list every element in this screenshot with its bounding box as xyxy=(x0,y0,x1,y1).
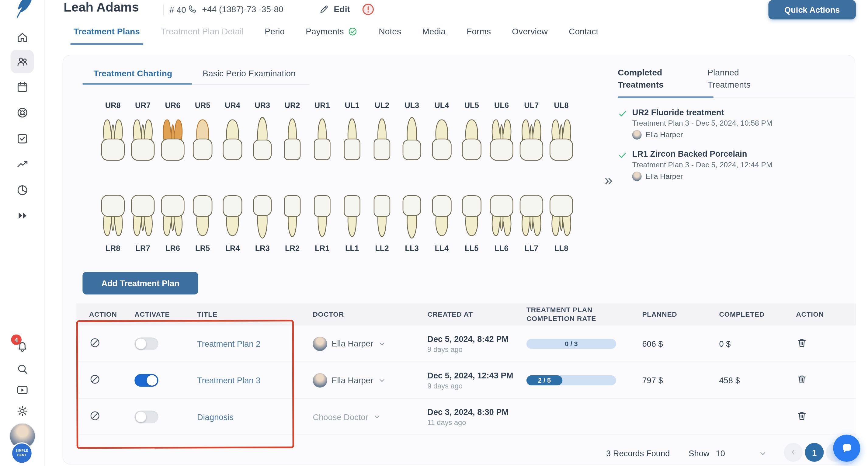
pagination-prev-button[interactable] xyxy=(784,443,803,462)
completed-treatment-item[interactable]: LR1 Zircon Backed Porcelain Treatment Pl… xyxy=(618,149,855,181)
sidebar-item-calendar[interactable] xyxy=(0,76,44,98)
created-at: Dec 3, 2024, 8:30 PM 11 days ago xyxy=(427,407,508,427)
tooth-UR3[interactable]: UR3 xyxy=(248,101,277,165)
sidebar-item-analytics[interactable] xyxy=(0,179,44,201)
tooth-UL7[interactable]: UL7 xyxy=(517,101,546,165)
tooth-LR2[interactable]: LR2 xyxy=(277,190,307,255)
phone-icon xyxy=(187,4,198,14)
activate-toggle[interactable] xyxy=(134,410,158,423)
sidebar-item-tutorials[interactable] xyxy=(0,379,44,401)
tooth-LL4[interactable]: LL4 xyxy=(427,190,457,255)
tooth-LL8[interactable]: LL8 xyxy=(547,190,576,255)
doctor-avatar xyxy=(632,130,642,139)
plan-title-link[interactable]: Diagnosis xyxy=(197,412,234,421)
treatment-title[interactable]: LR1 Zircon Backed Porcelain xyxy=(632,149,773,158)
tab-perio[interactable]: Perio xyxy=(265,27,285,45)
sidebar-item-tasks[interactable] xyxy=(0,127,44,150)
tooth-LR1[interactable]: LR1 xyxy=(307,190,337,255)
treatment-plans-table: ACTION ACTIVATE TITLE DOCTOR CREATED AT … xyxy=(76,303,856,435)
tooth-UR8[interactable]: UR8 xyxy=(98,101,128,165)
tooth-LR8[interactable]: LR8 xyxy=(98,190,128,255)
activate-toggle[interactable] xyxy=(134,337,158,350)
tooth-UL4[interactable]: UL4 xyxy=(427,101,457,165)
tab-treatment-plans[interactable]: Treatment Plans xyxy=(73,27,140,45)
patient-id: # 40 xyxy=(169,5,186,15)
tab-overview[interactable]: Overview xyxy=(512,27,548,45)
delete-plan-button[interactable] xyxy=(796,410,807,424)
tooth-UR7[interactable]: UR7 xyxy=(128,101,158,165)
gear-icon xyxy=(16,405,29,417)
tooth-UR2[interactable]: UR2 xyxy=(277,101,307,165)
subtab-basic-perio[interactable]: Basic Perio Examination xyxy=(203,69,296,79)
tab-planned-treatments[interactable]: Planned Treatments xyxy=(707,66,774,91)
tooth-LL6[interactable]: LL6 xyxy=(487,190,517,255)
tab-treatment-plan-detail[interactable]: Treatment Plan Detail xyxy=(161,27,244,45)
page-size-select[interactable]: 10 xyxy=(716,448,725,458)
delete-plan-button[interactable] xyxy=(796,373,807,387)
tab-forms[interactable]: Forms xyxy=(467,27,491,45)
sidebar-item-search[interactable] xyxy=(0,358,44,380)
add-treatment-plan-button[interactable]: Add Treatment Plan xyxy=(83,272,198,295)
tooth-UR4[interactable]: UR4 xyxy=(217,101,247,165)
tooth-UL3[interactable]: UL3 xyxy=(397,101,427,165)
chevron-left-icon xyxy=(789,448,798,457)
tooth-UL6[interactable]: UL6 xyxy=(487,101,517,165)
navigate-plan-button[interactable] xyxy=(89,410,101,424)
tooth-UL1[interactable]: UL1 xyxy=(337,101,367,165)
navigate-plan-button[interactable] xyxy=(89,337,101,351)
doctor-select[interactable]: Ella Harper xyxy=(313,336,386,351)
tooth-UR1[interactable]: UR1 xyxy=(307,101,337,165)
tooth-LL2[interactable]: LL2 xyxy=(367,190,397,255)
edit-button[interactable]: Edit xyxy=(319,4,350,14)
doctor-select[interactable]: Ella Harper xyxy=(313,373,386,387)
tab-completed-treatments[interactable]: Completed Treatments xyxy=(618,66,684,91)
tab-payments[interactable]: Payments xyxy=(306,27,358,45)
tooth-label: UL6 xyxy=(494,101,509,112)
tooth-LR7[interactable]: LR7 xyxy=(128,190,158,255)
sidebar-item-fast-forward[interactable] xyxy=(0,205,44,227)
tooth-UL8[interactable]: UL8 xyxy=(547,101,576,165)
check-icon xyxy=(618,109,627,118)
tooth-label: UL1 xyxy=(345,101,360,112)
tooth-LR4[interactable]: LR4 xyxy=(217,190,247,255)
tab-contact[interactable]: Contact xyxy=(569,27,598,45)
chat-launcher-button[interactable] xyxy=(833,435,860,462)
sidebar-item-patients[interactable] xyxy=(0,51,44,73)
sidebar-item-settings[interactable] xyxy=(0,400,44,422)
tooth-UL5[interactable]: UL5 xyxy=(457,101,487,165)
tooth-LL7[interactable]: LL7 xyxy=(517,190,546,255)
patient-phone[interactable]: +44 (1387)-73 -35-80 xyxy=(187,4,283,14)
plan-title-link[interactable]: Treatment Plan 3 xyxy=(197,375,260,385)
tooth-UR5[interactable]: UR5 xyxy=(188,101,217,165)
subtab-treatment-charting[interactable]: Treatment Charting xyxy=(94,69,173,79)
activate-toggle[interactable] xyxy=(134,374,158,386)
alert-icon[interactable] xyxy=(361,2,375,17)
sidebar-item-home[interactable] xyxy=(0,26,44,49)
expand-chart-icon[interactable]: » xyxy=(604,172,613,189)
tooth-LL5[interactable]: LL5 xyxy=(457,190,487,255)
tooth-UR6[interactable]: UR6 xyxy=(158,101,188,165)
navigate-plan-button[interactable] xyxy=(89,373,101,387)
tooth-LL3[interactable]: LL3 xyxy=(397,190,427,255)
tooth-UL2[interactable]: UL2 xyxy=(367,101,397,165)
sidebar-item-support[interactable] xyxy=(0,101,44,124)
delete-plan-button[interactable] xyxy=(796,337,807,351)
tooth-label: UR3 xyxy=(254,101,270,112)
quick-actions-button[interactable]: Quick Actions xyxy=(768,0,856,20)
tooth-LR3[interactable]: LR3 xyxy=(248,190,277,255)
sidebar-item-notifications[interactable] xyxy=(0,336,44,358)
plan-title-link[interactable]: Treatment Plan 2 xyxy=(197,339,260,348)
completed-treatment-item[interactable]: UR2 Fluoride treatment Treatment Plan 3 … xyxy=(618,107,855,139)
app-logo-icon[interactable] xyxy=(13,0,36,18)
page-size-chevron[interactable] xyxy=(758,449,767,460)
sidebar-item-trends[interactable] xyxy=(0,153,44,175)
tab-notes[interactable]: Notes xyxy=(379,27,401,45)
treatment-title[interactable]: UR2 Fluoride treatment xyxy=(632,107,773,117)
doctor-select[interactable]: Choose Doctor xyxy=(313,412,381,421)
tooth-LR6[interactable]: LR6 xyxy=(158,190,188,255)
pagination-page-1[interactable]: 1 xyxy=(805,443,824,462)
tooth-LR5[interactable]: LR5 xyxy=(188,190,217,255)
tooth-LL1[interactable]: LL1 xyxy=(337,190,367,255)
tab-media[interactable]: Media xyxy=(422,27,445,45)
brand-launcher[interactable]: SIMPLE DENT xyxy=(11,442,33,464)
